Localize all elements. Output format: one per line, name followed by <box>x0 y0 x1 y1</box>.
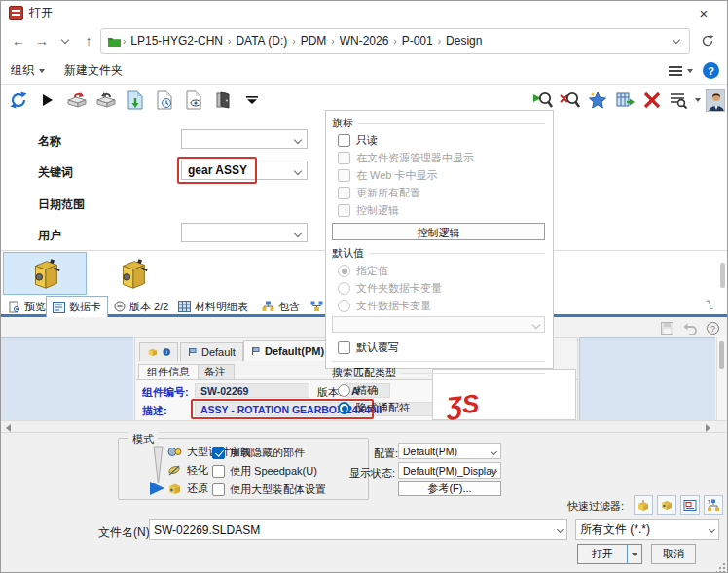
filter-drawings-button[interactable] <box>680 495 700 515</box>
breadcrumb-item[interactable]: LP15-HYG2-CHN <box>127 34 227 48</box>
scroll-right-icon[interactable] <box>706 424 710 432</box>
go-icon[interactable] <box>36 89 58 112</box>
recent-locations-icon[interactable] <box>54 29 77 53</box>
search-list-caret-icon[interactable] <box>695 98 701 102</box>
breadcrumb-item[interactable]: DATA (D:) <box>232 34 291 48</box>
result-thumbnail-selected[interactable] <box>3 252 87 295</box>
cancel-button[interactable]: 取消 <box>651 544 696 564</box>
preview-file-icon[interactable] <box>182 89 204 112</box>
view-menu-button[interactable] <box>665 66 697 76</box>
mode-lightweight[interactable]: 轻化 <box>167 463 208 478</box>
mode-slider[interactable] <box>148 445 167 499</box>
result-thumbnail[interactable] <box>91 252 174 295</box>
tab-version[interactable]: 版本 2/2 <box>108 298 174 315</box>
check-in-icon[interactable] <box>94 89 117 112</box>
configuration-select[interactable]: Default(PM) <box>398 443 501 459</box>
tab-datacard[interactable]: 数据卡 <box>46 296 108 317</box>
default-overwrite-checkbox[interactable] <box>338 341 350 354</box>
open-folder-icon[interactable] <box>211 89 234 112</box>
filter-assemblies-button[interactable] <box>657 495 676 515</box>
open-button[interactable]: 打开 <box>577 544 628 564</box>
check-out-icon[interactable] <box>65 89 88 112</box>
help-icon[interactable]: ? <box>703 62 719 79</box>
assembly-filter-icon <box>660 499 673 512</box>
filter-top-assemblies-button[interactable]: T <box>704 495 723 515</box>
option-load-hidden[interactable]: 加载隐藏的部件 <box>212 446 305 460</box>
match-exact[interactable]: 精确 <box>338 383 545 398</box>
fullscreen-icon[interactable]: ⌝⌞ <box>706 299 721 312</box>
keyword-input[interactable]: gear ASSY <box>181 161 308 180</box>
speedpak-checkbox[interactable] <box>212 465 225 478</box>
refresh-icon[interactable] <box>696 30 719 52</box>
option-large-assembly[interactable]: 使用大型装配体设置 <box>212 483 326 497</box>
breadcrumb-item[interactable]: Design <box>442 34 486 48</box>
back-icon[interactable]: ← <box>7 29 30 53</box>
organize-button[interactable]: 组织 <box>1 57 55 84</box>
user-avatar[interactable] <box>706 89 725 112</box>
name-label: 名称 <box>38 133 61 150</box>
card-tab-assembly-info[interactable]: i <box>139 342 178 361</box>
tab-bom[interactable]: 材料明细表 <box>172 298 254 315</box>
assembly-thumbnail-icon <box>114 255 151 292</box>
get-latest-icon[interactable] <box>124 89 146 112</box>
subtab-notes[interactable]: 备注 <box>196 364 235 379</box>
search-run-icon[interactable] <box>531 89 554 112</box>
scroll-left-icon[interactable] <box>6 424 11 432</box>
delete-icon[interactable] <box>640 89 663 112</box>
option-speedpak[interactable]: 使用 Speedpak(U) <box>212 464 317 479</box>
flag-readonly[interactable]: 只读 <box>338 133 545 148</box>
open-split-caret[interactable] <box>627 544 642 564</box>
close-icon[interactable]: × <box>690 3 717 22</box>
mode-resolved[interactable]: 还原 <box>167 482 208 496</box>
address-bar[interactable]: › LP15-HYG2-CHN › DATA (D:) › PDM › WN-2… <box>100 28 690 54</box>
defaults-group-title: 默认值 <box>332 246 545 261</box>
preview-tab-icon <box>9 301 20 313</box>
svg-text:T: T <box>708 499 710 505</box>
open-search-results-icon[interactable] <box>613 89 636 112</box>
breadcrumb-item[interactable]: PDM <box>297 34 331 48</box>
card-tab-default-pm[interactable]: Default(PM) <box>243 340 332 361</box>
large-assembly-checkbox[interactable] <box>212 483 225 496</box>
card-help-icon[interactable]: ? <box>707 322 719 335</box>
card-tab-default[interactable]: Default <box>180 342 243 361</box>
tab-preview[interactable]: 预览 <box>3 298 52 315</box>
display-state-select[interactable]: Default(PM)_Display S <box>398 462 501 479</box>
default-overwrite[interactable]: 默认覆写 <box>338 340 545 355</box>
tab-contains[interactable]: 包含 <box>256 298 306 315</box>
up-icon[interactable]: ↑ <box>77 29 100 53</box>
implicit-wildcard-radio[interactable] <box>338 402 350 414</box>
filetype-select[interactable]: 所有文件 (*.*) <box>575 519 719 540</box>
search-clear-icon[interactable] <box>559 89 581 112</box>
toolbar-more-icon[interactable] <box>240 89 263 112</box>
card-horizontal-scrollbar[interactable] <box>1 420 727 432</box>
control-logic-button[interactable]: 控制逻辑 <box>332 223 545 240</box>
chevron-down-icon <box>294 167 302 175</box>
user-input[interactable] <box>181 223 308 242</box>
new-folder-button[interactable]: 新建文件夹 <box>55 57 132 84</box>
refresh-vault-icon[interactable] <box>7 89 29 112</box>
name-input[interactable] <box>181 129 308 149</box>
breadcrumb-item[interactable]: P-001 <box>398 34 437 48</box>
favorites-icon[interactable] <box>586 89 608 112</box>
search-list-icon[interactable] <box>668 89 690 112</box>
exact-match-radio[interactable] <box>338 384 350 397</box>
panel-separator <box>332 361 545 362</box>
thumb-scrollbar[interactable] <box>720 263 725 288</box>
match-implicit-wildcard[interactable]: 隐式通配符 <box>338 401 545 415</box>
organize-caret-icon <box>39 69 45 73</box>
address-dropdown-icon[interactable] <box>673 35 680 43</box>
subtab-component-info[interactable]: 组件信息 <box>138 364 199 379</box>
forward-icon[interactable]: → <box>30 29 54 53</box>
flag-show-in-web-card: 在 Web 卡中显示 <box>338 168 545 183</box>
get-version-icon[interactable] <box>153 89 175 112</box>
load-hidden-checkbox[interactable] <box>212 447 225 459</box>
default-file-card-variable: 文件数据卡变量 <box>338 299 545 313</box>
filter-parts-button[interactable] <box>634 495 653 515</box>
flag-update-all-configs: 更新所有配置 <box>338 186 545 200</box>
card-vertical-scrollbar[interactable] <box>716 337 725 420</box>
references-button[interactable]: 参考(F)... <box>398 481 501 496</box>
resize-grip[interactable] <box>715 562 725 572</box>
breadcrumb-item[interactable]: WN-2026 <box>336 34 393 48</box>
filename-input[interactable]: SW-02269.SLDASM <box>149 519 567 540</box>
readonly-checkbox[interactable] <box>338 134 350 147</box>
